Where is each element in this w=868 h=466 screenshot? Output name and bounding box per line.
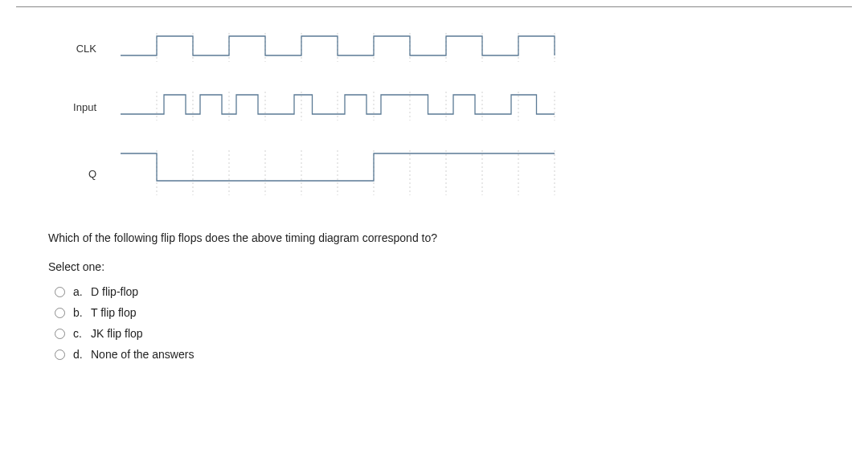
option-letter-b: b.: [73, 306, 91, 319]
question-text: Which of the following flip flops does t…: [48, 231, 820, 244]
option-text-a: D flip-flop: [91, 285, 138, 298]
signal-row-input: Input: [48, 90, 820, 125]
signal-label-q: Q: [48, 168, 113, 180]
signal-label-clk: CLK: [48, 43, 113, 55]
waveform-input: [113, 90, 563, 125]
timing-diagram: CLK Input Q: [48, 31, 820, 199]
radio-c[interactable]: [55, 329, 65, 339]
option-b[interactable]: b. T flip flop: [55, 302, 820, 323]
question-content: CLK Input Q Which of the following flip …: [0, 7, 868, 389]
waveform-clk: [113, 31, 563, 66]
radio-d[interactable]: [55, 350, 65, 360]
option-c[interactable]: c. JK flip flop: [55, 323, 820, 344]
option-a[interactable]: a. D flip-flop: [55, 281, 820, 302]
radio-a[interactable]: [55, 287, 65, 297]
option-text-b: T flip flop: [91, 306, 137, 319]
option-letter-d: d.: [73, 348, 91, 361]
signal-row-q: Q: [48, 149, 820, 199]
waveform-q: [113, 149, 563, 199]
option-text-d: None of the answers: [91, 348, 194, 361]
option-d[interactable]: d. None of the answers: [55, 344, 820, 365]
select-one-prompt: Select one:: [48, 260, 820, 273]
options-list: a. D flip-flop b. T flip flop c. JK flip…: [48, 281, 820, 365]
signal-label-input: Input: [48, 101, 113, 113]
option-text-c: JK flip flop: [91, 327, 143, 340]
radio-b[interactable]: [55, 308, 65, 318]
signal-row-clk: CLK: [48, 31, 820, 66]
option-letter-a: a.: [73, 285, 91, 298]
option-letter-c: c.: [73, 327, 91, 340]
